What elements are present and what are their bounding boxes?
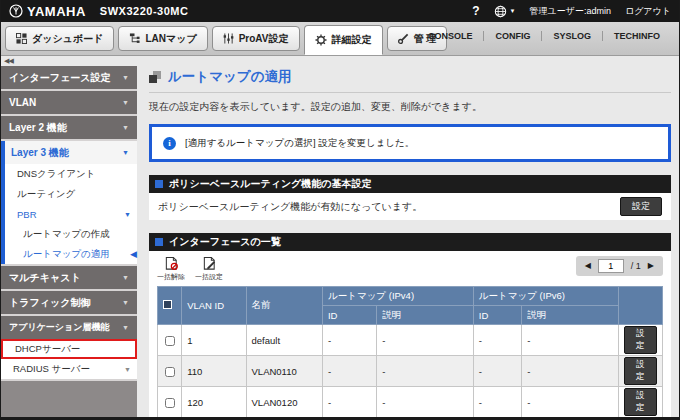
row-checkbox[interactable] (165, 367, 175, 377)
select-all-checkbox[interactable] (163, 300, 172, 309)
app-window: YAMAHA SWX3220-30MC ? ▼ 管理ユーザー:admin ログア… (0, 0, 680, 420)
config-link[interactable]: CONFIG (483, 31, 541, 41)
cell-v4-desc: - (377, 356, 474, 387)
syslog-link[interactable]: SYSLOG (541, 31, 602, 41)
bulk-set-label: 一括設定 (195, 272, 223, 282)
cell-v6-id: - (473, 356, 521, 387)
caret-down-icon: ▼ (510, 8, 516, 14)
title-divider (149, 92, 671, 93)
sidebar-item-pbr[interactable]: PBR ▼ (5, 204, 137, 224)
sidebar-item-label: インターフェース設定 (9, 71, 110, 85)
active-page-pointer-icon: ◀ (130, 249, 137, 259)
sidebar-item-traffic-control[interactable]: トラフィック制御 ▼ (1, 291, 137, 314)
col-header-ipv6-desc: 説明 (522, 306, 619, 325)
sidebar-item-vlan[interactable]: VLAN ▼ (1, 91, 137, 114)
sidebar-filler (1, 381, 137, 417)
sidebar-nav: インターフェース設定 ▼ VLAN ▼ Layer 2 機能 ▼ Layer 3… (1, 66, 137, 381)
interface-section-header: インターフェースの一覧 (149, 233, 671, 251)
row-settings-button[interactable]: 設定 (624, 388, 657, 416)
cell-name: VLAN0110 (246, 356, 322, 387)
chevron-down-icon: ▼ (122, 149, 129, 156)
techinfo-link[interactable]: TECHINFO (602, 31, 671, 41)
bulk-clear-label: 一括解除 (157, 272, 185, 282)
sidebar-group-application: DHCPサーバー RADIUS サーバー ▼ (1, 339, 137, 379)
sidebar-item-label: VLAN (9, 97, 36, 108)
sidebar-item-routemap-apply[interactable]: ルートマップの適用 ◀ (5, 244, 137, 264)
next-page-icon[interactable]: ▶ (648, 262, 654, 270)
tab-dashboard[interactable]: ダッシュボード (5, 26, 114, 51)
bulk-set-button[interactable]: 一括設定 (195, 256, 223, 282)
brand: YAMAHA (9, 4, 86, 19)
row-checkbox[interactable] (165, 336, 175, 346)
sidebar-group-layer3: Layer 3 機能 ▼ DNSクライアント ルーティング PBR ▼ ルートマ (1, 141, 137, 264)
gear-icon (315, 34, 327, 46)
col-header-ipv4-desc: 説明 (377, 306, 474, 325)
sidebar-item-label: トラフィック制御 (9, 296, 90, 310)
interface-section-title: インターフェースの一覧 (169, 235, 281, 249)
tab-advanced-settings[interactable]: 詳細設定 (304, 25, 383, 55)
globe-icon (494, 5, 507, 18)
tab-proav[interactable]: ProAV設定 (212, 26, 300, 51)
notice-banner: i [適用するルートマップの選択] 設定を変更しました。 (149, 124, 671, 162)
chevron-down-icon: ▼ (122, 299, 129, 306)
sidebar-item-label: ルーティング (17, 188, 75, 201)
col-header-action (618, 287, 662, 325)
bulk-clear-icon (164, 256, 179, 271)
yamaha-logo-icon (9, 4, 23, 18)
tab-lanmap[interactable]: LANマップ (118, 26, 207, 51)
cell-v4-id: - (322, 325, 376, 356)
table-row: 120 VLAN0120 - - - - 設定 (158, 387, 663, 418)
sidebar-item-label: マルチキャスト (9, 271, 81, 285)
topbar-right: ? ▼ 管理ユーザー:admin ログアウト (472, 4, 671, 18)
help-icon[interactable]: ? (472, 4, 479, 18)
col-header-routemap-ipv4: ルートマップ (IPv4) (322, 287, 473, 306)
pbr-settings-button[interactable]: 設定 (620, 197, 662, 216)
row-settings-button[interactable]: 設定 (624, 326, 657, 354)
sidebar-item-application-layer[interactable]: アプリケーション層機能 ▼ (1, 316, 137, 339)
chevron-down-icon: ▼ (124, 211, 131, 218)
row-checkbox[interactable] (165, 398, 175, 408)
sidebar-item-label: Layer 3 機能 (11, 146, 69, 160)
sidebar-item-dhcp-server[interactable]: DHCPサーバー (1, 339, 137, 359)
chevron-down-icon: ▼ (122, 124, 129, 131)
info-icon: i (163, 137, 176, 150)
pbr-status-text: ポリシーベースルーティング機能が有効になっています。 (158, 200, 422, 214)
cell-v6-desc: - (522, 325, 619, 356)
sidebar-item-dns-client[interactable]: DNSクライアント (5, 164, 137, 184)
page-input[interactable] (598, 259, 624, 273)
utility-links: CONSOLE CONFIG SYSLOG TECHINFO (417, 31, 671, 41)
col-header-routemap-ipv6: ルートマップ (IPv6) (473, 287, 618, 306)
brand-name: YAMAHA (27, 4, 86, 19)
sidebar-item-multicast[interactable]: マルチキャスト ▼ (1, 266, 137, 289)
language-selector[interactable]: ▼ (494, 5, 516, 18)
cell-name: VLAN0120 (246, 387, 322, 418)
logout-button[interactable]: ログアウト (625, 5, 671, 18)
chevron-down-icon: ▼ (122, 274, 129, 281)
dashboard-icon (16, 33, 27, 44)
page-title: ルートマップの適用 (168, 68, 291, 86)
cell-v4-id: - (322, 356, 376, 387)
sidebar-item-radius-server[interactable]: RADIUS サーバー ▼ (1, 359, 137, 379)
prev-page-icon[interactable]: ◀ (585, 262, 591, 270)
console-link[interactable]: CONSOLE (417, 31, 484, 41)
col-header-name: 名前 (246, 287, 322, 325)
pbr-section-header: ポリシーベースルーティング機能の基本設定 (149, 175, 671, 193)
sidebar-item-routing[interactable]: ルーティング (5, 184, 137, 204)
sidebar-collapse-icon[interactable]: ◀◀ (1, 56, 137, 66)
interface-section-body: 一括解除 一括設定 ◀ / 1 ▶ (149, 251, 671, 417)
col-header-ipv6-id: ID (473, 306, 521, 325)
sidebar-item-label: PBR (17, 209, 37, 220)
row-settings-button[interactable]: 設定 (624, 357, 657, 385)
cell-v6-desc: - (522, 387, 619, 418)
notice-text: [適用するルートマップの選択] 設定を変更しました。 (185, 137, 414, 150)
top-bar: YAMAHA SWX3220-30MC ? ▼ 管理ユーザー:admin ログア… (1, 0, 679, 22)
sidebar-item-label: DNSクライアント (17, 168, 95, 181)
cell-vlan-id: 1 (182, 325, 246, 356)
bulk-clear-button[interactable]: 一括解除 (157, 256, 185, 282)
sidebar-item-layer3[interactable]: Layer 3 機能 ▼ (5, 141, 137, 164)
sidebar-item-routemap-create[interactable]: ルートマップの作成 (5, 224, 137, 244)
sidebar-item-interface-settings[interactable]: インターフェース設定 ▼ (1, 66, 137, 89)
cell-vlan-id: 120 (182, 387, 246, 418)
sidebar-item-layer2[interactable]: Layer 2 機能 ▼ (1, 116, 137, 139)
pbr-section-title: ポリシーベースルーティング機能の基本設定 (169, 177, 372, 191)
